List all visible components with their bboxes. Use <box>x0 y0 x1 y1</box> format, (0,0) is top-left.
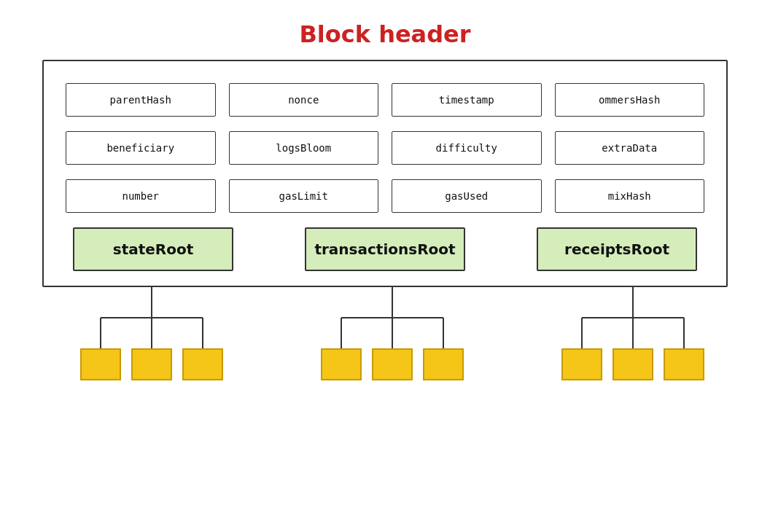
root-stateRoot: stateRoot <box>73 227 233 271</box>
leaf-state-1 <box>81 349 120 380</box>
tree-svg <box>42 287 728 382</box>
field-extraData: extraData <box>555 131 705 165</box>
roots-row: stateRoot transactionsRoot receiptsRoot <box>66 227 704 271</box>
fields-grid: parentHash nonce timestamp ommersHash be… <box>66 83 704 213</box>
leaf-state-3 <box>183 349 222 380</box>
leaf-rcpt-2 <box>613 349 653 380</box>
field-timestamp: timestamp <box>392 83 542 117</box>
field-logsBloom: logsBloom <box>229 131 379 165</box>
page-title: Block header <box>0 0 770 60</box>
leaf-tx-3 <box>424 349 463 380</box>
field-beneficiary: beneficiary <box>66 131 216 165</box>
field-parentHash: parentHash <box>66 83 216 117</box>
field-nonce: nonce <box>229 83 379 117</box>
leaf-state-2 <box>132 349 171 380</box>
field-gasUsed: gasUsed <box>392 179 542 213</box>
root-transactionsRoot: transactionsRoot <box>305 227 465 271</box>
field-ommersHash: ommersHash <box>555 83 705 117</box>
field-difficulty: difficulty <box>392 131 542 165</box>
root-receiptsRoot: receiptsRoot <box>537 227 697 271</box>
field-mixHash: mixHash <box>555 179 705 213</box>
leaf-rcpt-1 <box>562 349 602 380</box>
leaf-tx-1 <box>322 349 361 380</box>
trees-section <box>42 287 728 382</box>
field-number: number <box>66 179 216 213</box>
main-container: parentHash nonce timestamp ommersHash be… <box>42 60 728 382</box>
field-gasLimit: gasLimit <box>229 179 379 213</box>
leaf-rcpt-3 <box>664 349 704 380</box>
leaf-tx-2 <box>373 349 412 380</box>
block-header-box: parentHash nonce timestamp ommersHash be… <box>42 60 728 287</box>
